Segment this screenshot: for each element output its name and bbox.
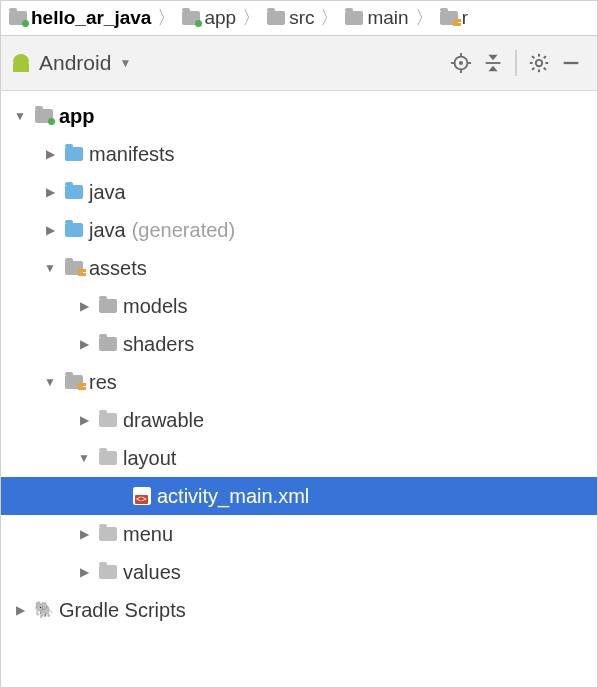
tree-node-app[interactable]: ▼ app: [1, 97, 597, 135]
breadcrumb-label: src: [289, 7, 314, 29]
breadcrumb: hello_ar_java 〉 app 〉 src 〉 main 〉 r: [1, 1, 597, 36]
tree-node-drawable[interactable]: ▶ drawable: [1, 401, 597, 439]
tree-node-java-generated[interactable]: ▶ java (generated): [1, 211, 597, 249]
chevron-down-icon: ▼: [119, 56, 131, 70]
module-folder-icon: [35, 109, 53, 123]
tree-node-layout[interactable]: ▼ layout: [1, 439, 597, 477]
caret-right-icon[interactable]: ▶: [9, 603, 31, 617]
node-label: res: [87, 371, 117, 394]
caret-down-icon[interactable]: ▼: [39, 375, 61, 389]
tree-node-shaders[interactable]: ▶ shaders: [1, 325, 597, 363]
folder-icon: [65, 147, 83, 161]
breadcrumb-item-app[interactable]: app: [178, 7, 240, 29]
locate-button[interactable]: [445, 47, 477, 79]
folder-icon: [440, 11, 458, 25]
caret-right-icon[interactable]: ▶: [73, 413, 95, 427]
tree-node-java[interactable]: ▶ java: [1, 173, 597, 211]
svg-line-17: [532, 68, 534, 70]
assets-folder-icon: [65, 261, 83, 275]
svg-line-15: [544, 68, 546, 70]
folder-icon: [99, 299, 117, 313]
node-label: app: [57, 105, 95, 128]
caret-down-icon[interactable]: ▼: [73, 451, 95, 465]
caret-down-icon[interactable]: ▼: [9, 109, 31, 123]
node-label: models: [121, 295, 187, 318]
caret-right-icon[interactable]: ▶: [73, 565, 95, 579]
folder-icon: [65, 223, 83, 237]
svg-line-14: [532, 56, 534, 58]
svg-point-9: [536, 60, 542, 66]
node-label: layout: [121, 447, 176, 470]
gradle-icon: 🐘: [34, 602, 54, 618]
tree-node-models[interactable]: ▶ models: [1, 287, 597, 325]
minimize-icon: [560, 52, 582, 74]
breadcrumb-item-project[interactable]: hello_ar_java: [5, 7, 155, 29]
collapse-all-button[interactable]: [477, 47, 509, 79]
svg-marker-7: [488, 55, 497, 61]
caret-down-icon[interactable]: ▼: [39, 261, 61, 275]
node-label: drawable: [121, 409, 204, 432]
tree-node-gradle-scripts[interactable]: ▶ 🐘 Gradle Scripts: [1, 591, 597, 629]
chevron-right-icon: 〉: [155, 5, 178, 31]
tree-node-activity-main[interactable]: activity_main.xml: [1, 477, 597, 515]
gear-icon: [528, 52, 550, 74]
node-label: shaders: [121, 333, 194, 356]
folder-icon: [182, 11, 200, 25]
breadcrumb-label: hello_ar_java: [31, 7, 151, 29]
minimize-button[interactable]: [555, 47, 587, 79]
breadcrumb-item-more[interactable]: r: [436, 7, 472, 29]
tree-node-assets[interactable]: ▼ assets: [1, 249, 597, 287]
folder-icon: [99, 451, 117, 465]
chevron-right-icon: 〉: [318, 5, 341, 31]
android-icon: [11, 54, 31, 72]
tree-node-res[interactable]: ▼ res: [1, 363, 597, 401]
tree-node-manifests[interactable]: ▶ manifests: [1, 135, 597, 173]
view-selector[interactable]: Android ▼: [11, 51, 131, 75]
breadcrumb-label: main: [367, 7, 408, 29]
settings-button[interactable]: [523, 47, 555, 79]
project-tree[interactable]: ▼ app ▶ manifests ▶ java ▶ java (generat…: [1, 91, 597, 687]
node-label: java: [87, 181, 126, 204]
target-icon: [450, 52, 472, 74]
node-label: Gradle Scripts: [57, 599, 186, 622]
tree-node-values[interactable]: ▶ values: [1, 553, 597, 591]
node-label: activity_main.xml: [155, 485, 309, 508]
collapse-icon: [482, 52, 504, 74]
folder-icon: [267, 11, 285, 25]
caret-right-icon[interactable]: ▶: [73, 527, 95, 541]
folder-icon: [99, 337, 117, 351]
svg-line-16: [544, 56, 546, 58]
folder-icon: [99, 527, 117, 541]
node-label: manifests: [87, 143, 175, 166]
divider: [515, 50, 517, 76]
tree-node-menu[interactable]: ▶ menu: [1, 515, 597, 553]
breadcrumb-item-main[interactable]: main: [341, 7, 412, 29]
caret-right-icon[interactable]: ▶: [39, 185, 61, 199]
caret-right-icon[interactable]: ▶: [73, 299, 95, 313]
folder-icon: [65, 185, 83, 199]
chevron-right-icon: 〉: [413, 5, 436, 31]
node-label: java: [87, 219, 126, 242]
caret-right-icon[interactable]: ▶: [39, 147, 61, 161]
view-title: Android: [39, 51, 111, 75]
node-label-suffix: (generated): [126, 219, 235, 242]
breadcrumb-label: app: [204, 7, 236, 29]
node-label: values: [121, 561, 181, 584]
res-folder-icon: [65, 375, 83, 389]
layout-xml-icon: [133, 487, 151, 505]
chevron-right-icon: 〉: [240, 5, 263, 31]
project-toolbar: Android ▼: [1, 36, 597, 91]
svg-marker-8: [488, 66, 497, 72]
caret-right-icon[interactable]: ▶: [73, 337, 95, 351]
folder-icon: [9, 11, 27, 25]
breadcrumb-item-src[interactable]: src: [263, 7, 318, 29]
breadcrumb-label: r: [462, 7, 468, 29]
caret-right-icon[interactable]: ▶: [39, 223, 61, 237]
node-label: assets: [87, 257, 147, 280]
folder-icon: [99, 413, 117, 427]
folder-icon: [345, 11, 363, 25]
folder-icon: [99, 565, 117, 579]
svg-point-1: [459, 61, 463, 65]
node-label: menu: [121, 523, 173, 546]
